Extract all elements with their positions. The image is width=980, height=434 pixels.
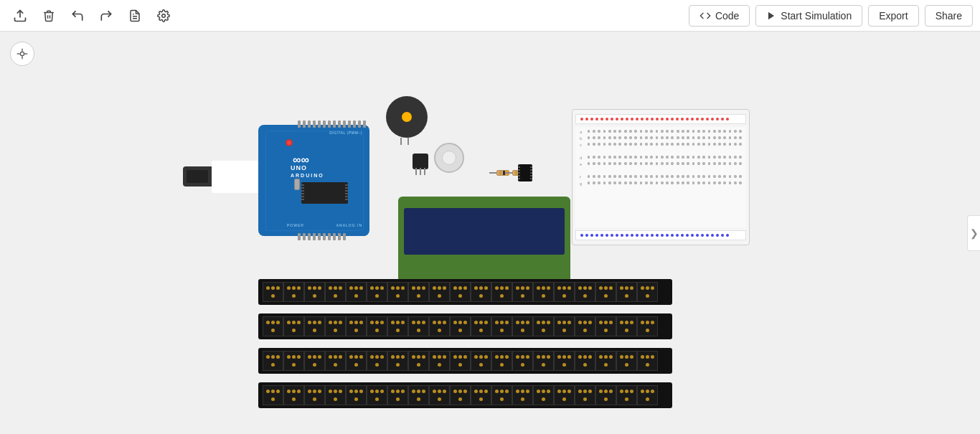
led-dot [641, 286, 644, 290]
led-dot [417, 321, 420, 324]
led-dot [417, 397, 420, 401]
led-unit [637, 351, 658, 371]
led-dot [625, 329, 628, 332]
led-dot [438, 294, 441, 298]
led-unit [471, 351, 491, 371]
led-unit [283, 316, 304, 336]
led-dot [396, 363, 400, 367]
led-dot [505, 390, 509, 393]
led-dot [349, 390, 353, 393]
led-dot [557, 321, 561, 324]
led-strip-4[interactable] [258, 382, 672, 408]
led-dot [599, 390, 603, 393]
capacitor-component[interactable] [386, 96, 429, 139]
led-dot [583, 355, 587, 359]
led-dot [583, 397, 587, 401]
settings-button[interactable] [151, 3, 176, 29]
led-dot [604, 390, 608, 393]
led-strip-1[interactable] [258, 279, 672, 305]
led-dot [313, 329, 316, 332]
canvas-area[interactable]: DIGITAL (PWM~) ∞∞ UNOARDUINO POWER ANALO… [0, 32, 980, 434]
led-dot [630, 321, 633, 324]
led-dot [271, 329, 275, 332]
led-dot [479, 363, 483, 367]
led-dot [500, 294, 504, 298]
breadboard[interactable]: a b c [572, 109, 750, 245]
led-dot [505, 355, 509, 359]
transistor[interactable] [413, 154, 430, 182]
buzzer-inner [442, 151, 456, 165]
led-dot [422, 355, 425, 359]
led-dot [458, 390, 462, 393]
led-dot [604, 355, 608, 359]
redo-button[interactable] [93, 3, 119, 29]
led-dot [567, 321, 571, 324]
led-dot [578, 286, 582, 290]
led-unit [554, 385, 575, 405]
led-dot [396, 390, 400, 393]
led-unit [575, 351, 595, 371]
led-dot [297, 355, 301, 359]
led-dot [292, 294, 296, 298]
delete-button[interactable] [36, 3, 62, 29]
led-unit [533, 282, 554, 302]
led-dot [463, 355, 467, 359]
led-dot [329, 355, 332, 359]
led-dot [625, 355, 628, 359]
led-dot [526, 286, 529, 290]
notes-button[interactable] [122, 3, 148, 29]
dip-ic-chip[interactable] [518, 164, 532, 181]
led-dot [375, 363, 379, 367]
led-dot [370, 286, 374, 290]
export-label: Export [879, 10, 908, 22]
reset-button[interactable] [286, 139, 293, 146]
led-unit [408, 385, 429, 405]
led-dot [375, 329, 379, 332]
led-dot [474, 286, 478, 290]
led-dot [359, 286, 363, 290]
led-dot [370, 390, 374, 393]
led-dot [567, 355, 571, 359]
led-dot [354, 397, 358, 401]
led-dot [417, 329, 420, 332]
led-dot [516, 286, 519, 290]
right-panel-toggle[interactable]: ❯ [967, 215, 980, 251]
share-button[interactable]: Share [925, 5, 973, 27]
led-dot [588, 321, 592, 324]
led-unit [616, 385, 637, 405]
lcd-display[interactable] [398, 197, 570, 283]
led-dot [557, 355, 561, 359]
code-button[interactable]: Code [689, 5, 750, 27]
led-dot [604, 329, 608, 332]
arduino-uno[interactable]: DIGITAL (PWM~) ∞∞ UNOARDUINO POWER ANALO… [237, 125, 369, 243]
led-dot [422, 286, 425, 290]
led-dot [359, 390, 363, 393]
led-unit [283, 351, 304, 371]
arduino-text: UNOARDUINO [291, 164, 324, 179]
led-dot [375, 321, 379, 324]
led-strip-3[interactable] [258, 348, 672, 374]
led-dot [542, 329, 545, 332]
led-unit [346, 316, 367, 336]
led-strip-2[interactable] [258, 313, 672, 339]
led-dot [396, 397, 400, 401]
upload-button[interactable] [7, 3, 33, 29]
led-dot [438, 397, 441, 401]
led-dot [516, 321, 519, 324]
led-dot [604, 321, 608, 324]
led-dot [271, 294, 275, 298]
led-dot [276, 321, 280, 324]
led-dot [334, 363, 337, 367]
undo-button[interactable] [65, 3, 90, 29]
led-dot [443, 390, 446, 393]
led-dot [630, 390, 633, 393]
led-dot [266, 390, 270, 393]
start-simulation-button[interactable]: Start Simulation [755, 5, 862, 27]
fit-view-button[interactable] [10, 42, 34, 66]
led-unit [325, 316, 346, 336]
export-button[interactable]: Export [868, 5, 918, 27]
led-dot [588, 286, 592, 290]
led-dot [500, 355, 504, 359]
piezo-buzzer[interactable] [434, 143, 466, 175]
led-unit [325, 282, 346, 302]
